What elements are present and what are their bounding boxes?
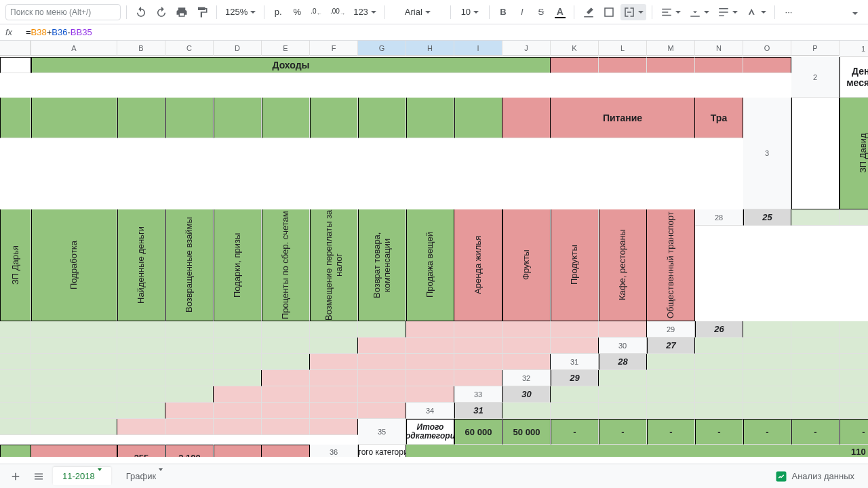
print-button[interactable] — [173, 4, 191, 20]
data-cell[interactable] — [551, 386, 599, 403]
data-cell[interactable] — [695, 370, 743, 386]
food-header[interactable]: Питание — [551, 98, 695, 138]
column-header[interactable]: C — [165, 41, 214, 56]
data-cell[interactable] — [358, 386, 406, 403]
data-cell[interactable] — [599, 403, 647, 419]
data-cell[interactable] — [840, 338, 868, 354]
zoom-dropdown[interactable]: 125% — [222, 4, 258, 20]
data-cell[interactable] — [647, 386, 695, 403]
percent-button[interactable]: % — [289, 4, 305, 20]
subtotal-cell[interactable]: - — [262, 445, 310, 457]
data-cell[interactable] — [214, 321, 262, 338]
data-cell[interactable] — [454, 354, 502, 370]
formula-content[interactable]: =B38+B36-BB35 — [26, 27, 92, 37]
data-cell[interactable] — [502, 354, 551, 370]
food-col-header[interactable]: Продукты — [551, 209, 599, 321]
food-col-header[interactable]: Кафе, рестораны — [599, 209, 647, 321]
data-cell[interactable] — [214, 338, 262, 354]
data-cell[interactable] — [0, 403, 31, 419]
font-size-dropdown[interactable]: 10 — [456, 4, 484, 20]
data-cell[interactable] — [31, 354, 117, 370]
column-header[interactable]: A — [31, 41, 117, 56]
income-col-header[interactable]: Возмещение переплаты за налог — [310, 209, 358, 321]
data-cell[interactable] — [406, 338, 454, 354]
column-header[interactable]: K — [551, 41, 599, 56]
text-color-button[interactable]: A — [552, 4, 568, 20]
data-cell[interactable] — [165, 354, 214, 370]
data-cell[interactable] — [599, 386, 647, 403]
data-cell[interactable] — [791, 403, 840, 419]
data-cell[interactable] — [214, 419, 262, 435]
data-cell[interactable] — [0, 354, 31, 370]
row-header[interactable]: 31 — [551, 354, 599, 370]
row-header[interactable]: 36 — [310, 445, 358, 457]
cell[interactable] — [117, 98, 165, 138]
data-cell[interactable] — [31, 403, 117, 419]
data-cell[interactable] — [310, 419, 358, 435]
add-sheet-button[interactable] — [7, 468, 24, 485]
subtotal-cell[interactable]: 2 100 — [165, 445, 214, 457]
data-cell[interactable] — [31, 338, 117, 354]
data-cell[interactable] — [647, 354, 695, 370]
redo-button[interactable] — [153, 4, 170, 20]
column-header[interactable]: H — [406, 41, 454, 56]
column-header[interactable]: P — [791, 41, 840, 56]
data-cell[interactable] — [0, 386, 31, 403]
data-cell[interactable] — [165, 419, 214, 435]
data-cell[interactable] — [791, 209, 840, 226]
row-header[interactable]: 30 — [599, 338, 647, 354]
row-header[interactable]: 33 — [454, 386, 502, 403]
income-col-header[interactable]: ЗП Дарья — [0, 209, 31, 321]
sheet-tab-active[interactable]: 11-2018 — [53, 467, 111, 485]
row-header[interactable]: 32 — [502, 370, 551, 386]
cell[interactable] — [214, 98, 262, 138]
income-header[interactable]: Доходы — [31, 57, 551, 73]
strikethrough-button[interactable]: S — [533, 4, 549, 20]
data-cell[interactable] — [599, 321, 647, 338]
column-header[interactable]: L — [599, 41, 647, 56]
paint-format-button[interactable] — [193, 4, 211, 20]
data-cell[interactable] — [0, 338, 31, 354]
select-all-corner[interactable] — [0, 41, 31, 56]
cell[interactable] — [791, 98, 840, 209]
currency-button[interactable]: р. — [270, 4, 286, 20]
wrap-button[interactable] — [715, 4, 741, 20]
data-cell[interactable] — [695, 338, 743, 354]
subtotal-cell[interactable]: 50 000 — [502, 419, 551, 445]
column-header[interactable]: E — [262, 41, 310, 56]
data-cell[interactable] — [117, 370, 165, 386]
data-cell[interactable] — [599, 370, 647, 386]
data-cell[interactable] — [840, 403, 868, 419]
data-cell[interactable] — [695, 403, 743, 419]
data-cell[interactable] — [165, 370, 214, 386]
subtotal-cell[interactable]: - — [214, 445, 262, 457]
subtotal-cell[interactable]: 60 000 — [454, 419, 502, 445]
trans-col-header[interactable]: Общественный транспорт — [647, 209, 695, 321]
data-cell[interactable] — [262, 370, 310, 386]
cell[interactable] — [647, 57, 695, 73]
data-cell[interactable] — [743, 403, 791, 419]
data-cell[interactable] — [695, 386, 743, 403]
column-header[interactable]: F — [310, 41, 358, 56]
subtotal-label[interactable]: Итого подкатегории — [406, 419, 454, 445]
trans-header[interactable]: Тра — [695, 98, 743, 138]
data-cell[interactable] — [262, 321, 310, 338]
cell[interactable] — [406, 98, 454, 138]
column-header[interactable]: J — [502, 41, 551, 56]
increase-decimal-button[interactable]: .00→ — [328, 4, 348, 20]
subtotal-cell[interactable]: - — [743, 419, 791, 445]
data-cell[interactable] — [840, 386, 868, 403]
cell[interactable] — [0, 57, 31, 73]
merge-cells-button[interactable] — [620, 4, 646, 20]
cell[interactable] — [551, 57, 599, 73]
income-col-header[interactable]: Подработка — [31, 209, 117, 321]
rotation-button[interactable] — [743, 4, 769, 20]
data-cell[interactable] — [551, 321, 599, 338]
data-cell[interactable] — [406, 370, 454, 386]
column-header[interactable]: I — [454, 41, 502, 56]
more-toolbar-button[interactable]: ··· — [781, 4, 797, 20]
data-cell[interactable] — [743, 354, 791, 370]
data-cell[interactable] — [840, 370, 868, 386]
data-cell[interactable] — [454, 321, 502, 338]
data-cell[interactable] — [165, 338, 214, 354]
